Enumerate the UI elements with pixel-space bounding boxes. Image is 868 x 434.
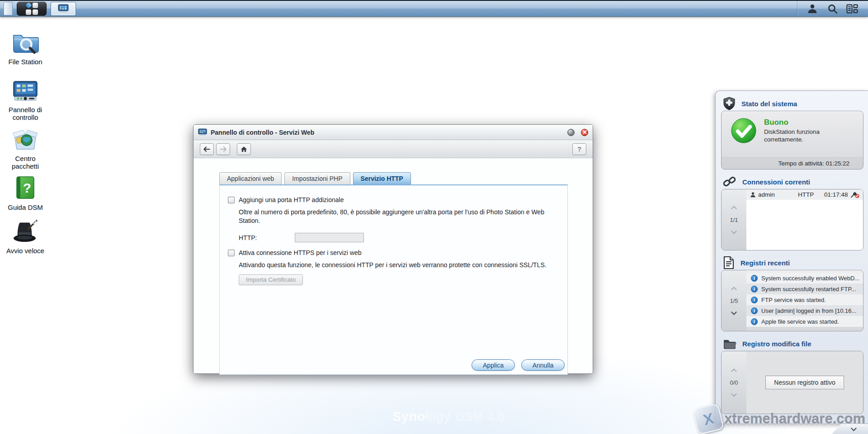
back-button[interactable] (200, 143, 214, 155)
home-button[interactable] (237, 143, 251, 155)
chevron-down-icon (851, 425, 857, 431)
connection-user: admin (758, 191, 798, 198)
add-http-port-checkbox[interactable] (228, 197, 235, 203)
logs-pager: 1/5 (722, 270, 746, 331)
minimize-button[interactable] (567, 129, 575, 136)
file-change-log-panel: 0/0 Nessun registro attivo (721, 351, 863, 414)
desktop-icon-control-panel[interactable]: Pannello di controllo (2, 80, 49, 121)
desktop-icon-label: Centro pacchetti (2, 155, 49, 170)
pager-up-icon[interactable] (731, 206, 737, 212)
section-title-connections: Connessioni correnti (742, 178, 810, 186)
log-row[interactable]: iUser [admin] logged in from [10.16... (746, 305, 863, 316)
dsm-version: DSM 4.0 (456, 410, 505, 424)
tab-bar: Applicazioni web Impostazioni PHP Serviz… (219, 172, 593, 184)
info-icon: i (751, 307, 758, 314)
widget-collapse-tab[interactable] (832, 424, 868, 434)
system-health-widget: Stato del sistema Buono DiskStation funz… (715, 90, 868, 424)
desktop-icon-label: Pannello di controllo (2, 106, 49, 121)
control-panel-icon (12, 80, 39, 102)
http-field-label: HTTP: (239, 234, 295, 241)
log-row[interactable]: iSystem successfully enabled WebD... (746, 273, 863, 283)
svg-text:?: ? (23, 180, 31, 195)
tab-impostazioni-php[interactable]: Impostazioni PHP (284, 172, 350, 184)
desktop-icon-label: Guida DSM (2, 203, 49, 211)
uptime-text: Tempo di attività: 01:25:22 (722, 157, 863, 169)
info-icon: i (751, 286, 758, 292)
log-row[interactable]: iSystem successfully restarted FTP... (746, 283, 863, 294)
pager-count: 0/0 (730, 379, 738, 386)
folder-icon (723, 338, 736, 349)
synology-dsm-branding: Synology DSM 4.0 (392, 409, 505, 424)
desktop-icon-file-station[interactable]: File Station (2, 31, 49, 66)
log-document-icon (723, 256, 735, 269)
info-icon: i (751, 318, 758, 325)
connection-row[interactable]: admin HTTP 01:17:48 (746, 189, 863, 200)
log-row[interactable]: iApple file service was started. (746, 316, 863, 327)
user-icon (750, 192, 756, 198)
tab-servizio-http[interactable]: Servizio HTTP (353, 172, 411, 184)
window-title: Pannello di controllo - Servizi Web (211, 129, 561, 136)
desktop-icon-quick-start[interactable]: Avvio veloce (2, 219, 49, 255)
info-icon: i (751, 275, 758, 282)
window-titlebar[interactable]: Pannello di controllo - Servizi Web (193, 125, 593, 140)
back-arrow-icon (203, 146, 210, 152)
pager-up-icon[interactable] (731, 287, 737, 292)
pilot-view-icon[interactable] (846, 3, 858, 14)
enable-https-label: Attiva connessione HTTPS per i servizi w… (239, 249, 362, 256)
main-menu-grid-icon (26, 3, 38, 15)
control-panel-window: Pannello di controllo - Servizi Web ? Ap… (193, 124, 593, 374)
pager-down-icon[interactable] (731, 228, 737, 234)
recent-logs-panel: 1/5 iSystem successfully enabled WebD...… (721, 270, 863, 331)
enable-https-checkbox[interactable] (228, 250, 235, 256)
no-active-log-message: Nessun registro attivo (765, 376, 844, 389)
system-status-panel: Buono DiskStation funziona correttamente… (721, 111, 863, 170)
help-button[interactable]: ? (572, 143, 586, 155)
quick-start-icon (11, 219, 39, 243)
pager-down-icon[interactable] (731, 309, 737, 315)
info-icon: i (751, 297, 758, 303)
taskbar-right-tray (797, 1, 864, 16)
disconnect-icon[interactable] (850, 191, 859, 198)
home-icon (241, 146, 247, 152)
desktop-icon-package-center[interactable]: Centro pacchetti (2, 127, 49, 170)
status-description: DiskStation funziona correttamente. (764, 128, 841, 143)
section-title-system-status: Stato del sistema (741, 100, 797, 108)
show-desktop-button[interactable] (4, 2, 13, 15)
pager-down-icon[interactable] (731, 391, 737, 397)
tab-applicazioni-web[interactable]: Applicazioni web (219, 172, 282, 184)
connection-protocol: HTTP (798, 191, 824, 198)
log-row[interactable]: iFTP service was started. (746, 294, 863, 305)
status-value: Buono (764, 118, 841, 127)
close-button[interactable] (581, 129, 588, 136)
dsm-help-icon: ? (14, 175, 37, 200)
http-port-input[interactable] (295, 233, 364, 242)
add-http-port-label: Aggiungi una porta HTTP addizionale (239, 196, 344, 203)
forward-button[interactable] (216, 143, 230, 155)
taskbar-open-window-control-panel[interactable] (51, 2, 76, 16)
window-body: Applicazioni web Impostazioni PHP Serviz… (193, 158, 593, 373)
user-icon[interactable] (807, 3, 818, 14)
desktop-icon-dsm-help[interactable]: ? Guida DSM (2, 175, 49, 211)
pager-count: 1/1 (730, 217, 738, 223)
cancel-button[interactable]: Annulla (521, 359, 565, 371)
servizio-http-panel: Aggiungi una porta HTTP addizionale Oltr… (219, 184, 568, 375)
green-check-icon (731, 118, 757, 144)
pager-count: 1/5 (730, 297, 738, 304)
pager-up-icon[interactable] (731, 368, 737, 374)
link-icon (723, 175, 736, 188)
section-title-recent-logs: Registri recenti (741, 259, 790, 267)
desktop-icon-label: File Station (2, 58, 49, 66)
main-menu-button[interactable] (17, 2, 47, 16)
file-station-icon (11, 31, 39, 54)
apply-button[interactable]: Applica (472, 359, 515, 371)
connections-panel: 1/1 admin HTTP 01:17:48 (721, 189, 863, 250)
control-panel-icon (58, 4, 69, 13)
connections-pager: 1/1 (722, 189, 746, 250)
section-title-file-change-log: Registro modifica file (742, 340, 811, 348)
http-port-description: Oltre al numero di porta predefinito, 80… (239, 208, 551, 225)
package-center-icon (11, 127, 39, 151)
search-icon[interactable] (826, 3, 838, 14)
https-description: Attivando questa funzione, le connession… (239, 261, 557, 269)
import-certificate-button[interactable]: Importa Certificato (239, 274, 303, 285)
control-panel-icon (198, 128, 207, 136)
